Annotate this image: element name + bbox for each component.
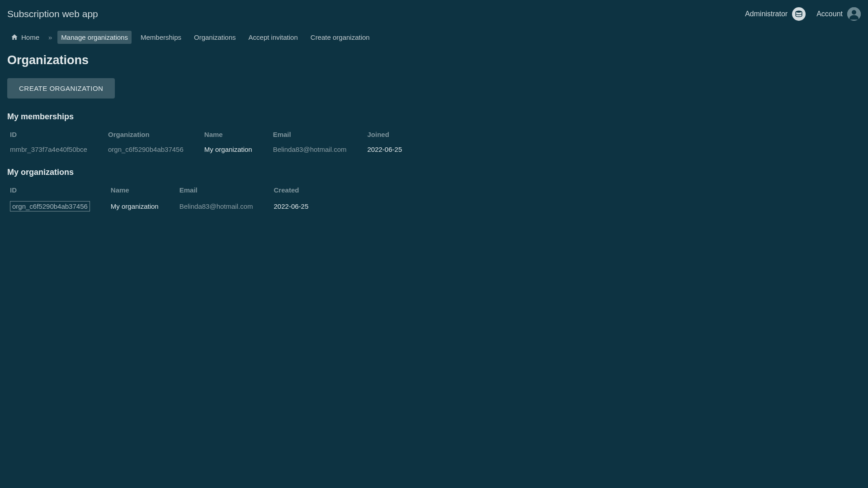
col-organization: Organization xyxy=(105,127,202,142)
nav-item-memberships[interactable]: Memberships xyxy=(137,31,185,44)
nav-home-label: Home xyxy=(21,33,39,41)
header-right: Administrator Account xyxy=(745,7,861,21)
cell-organization: orgn_c6f5290b4ab37456 xyxy=(105,142,202,157)
col-id: ID xyxy=(7,183,108,197)
nav-item-label: Manage organizations xyxy=(61,33,128,41)
nav-item-label: Accept invitation xyxy=(249,33,298,41)
app-title: Subscription web app xyxy=(7,9,98,19)
header: Subscription web app Administrator Accou… xyxy=(0,0,868,28)
organizations-section-title: My organizations xyxy=(7,168,861,177)
svg-point-2 xyxy=(852,10,856,14)
col-name: Name xyxy=(108,183,177,197)
account-icon xyxy=(847,7,861,21)
nav-item-label: Memberships xyxy=(141,33,181,41)
database-icon xyxy=(792,7,806,21)
cell-name: My organization xyxy=(202,142,270,157)
cell-email: Belinda83@hotmail.com xyxy=(270,142,365,157)
cell-email: Belinda83@hotmail.com xyxy=(177,197,271,215)
col-email: Email xyxy=(177,183,271,197)
cell-created: 2022-06-25 xyxy=(271,197,327,215)
administrator-link[interactable]: Administrator xyxy=(745,7,806,21)
cell-id: mmbr_373f7a4e40f50bce xyxy=(7,142,105,157)
nav-item-label: Create organization xyxy=(311,33,370,41)
table-header-row: ID Organization Name Email Joined xyxy=(7,127,420,142)
cell-name: My organization xyxy=(108,197,177,215)
nav-item-organizations[interactable]: Organizations xyxy=(190,31,240,44)
memberships-section-title: My memberships xyxy=(7,112,861,122)
administrator-label: Administrator xyxy=(745,10,788,18)
home-icon xyxy=(11,33,18,41)
col-created: Created xyxy=(271,183,327,197)
cell-joined: 2022-06-25 xyxy=(365,142,420,157)
col-email: Email xyxy=(270,127,365,142)
cell-id: orgn_c6f5290b4ab37456 xyxy=(7,197,108,215)
col-id: ID xyxy=(7,127,105,142)
nav-separator: » xyxy=(48,33,52,41)
page-title: Organizations xyxy=(7,53,861,67)
svg-point-0 xyxy=(796,11,802,13)
nav-item-create-organization[interactable]: Create organization xyxy=(307,31,373,44)
breadcrumb-nav: Home » Manage organizations Memberships … xyxy=(0,28,868,46)
memberships-table: ID Organization Name Email Joined mmbr_3… xyxy=(7,127,420,157)
organization-id-link[interactable]: orgn_c6f5290b4ab37456 xyxy=(10,201,90,211)
create-organization-button[interactable]: CREATE ORGANIZATION xyxy=(7,78,115,99)
content: Organizations CREATE ORGANIZATION My mem… xyxy=(0,46,868,233)
account-label: Account xyxy=(816,10,843,18)
table-row: mmbr_373f7a4e40f50bce orgn_c6f5290b4ab37… xyxy=(7,142,420,157)
table-row: orgn_c6f5290b4ab37456 My organization Be… xyxy=(7,197,326,215)
col-joined: Joined xyxy=(365,127,420,142)
table-header-row: ID Name Email Created xyxy=(7,183,326,197)
account-link[interactable]: Account xyxy=(816,7,861,21)
nav-item-accept-invitation[interactable]: Accept invitation xyxy=(245,31,302,44)
organizations-table: ID Name Email Created orgn_c6f5290b4ab37… xyxy=(7,183,326,215)
nav-item-label: Organizations xyxy=(194,33,236,41)
nav-item-manage-organizations[interactable]: Manage organizations xyxy=(57,31,132,44)
nav-home[interactable]: Home xyxy=(7,31,43,44)
col-name: Name xyxy=(202,127,270,142)
